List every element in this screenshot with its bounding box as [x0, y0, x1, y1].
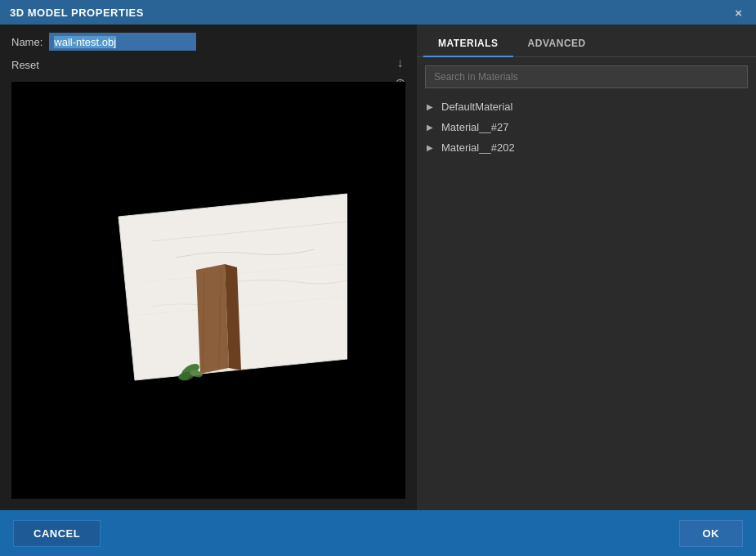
- name-input[interactable]: [49, 33, 196, 51]
- name-row: Name:: [11, 33, 405, 51]
- material-name-default: DefaultMaterial: [441, 101, 512, 113]
- footer: CANCEL OK: [0, 510, 756, 556]
- tab-advanced[interactable]: ADVANCED: [513, 31, 601, 57]
- left-panel: Name: Reset ↓ ⊕: [0, 25, 417, 510]
- material-name-27: Material__#27: [441, 121, 508, 133]
- material-item-27[interactable]: ▶ Material__#27: [417, 117, 756, 137]
- cancel-button[interactable]: CANCEL: [13, 520, 101, 547]
- tabs-container: MATERIALS ADVANCED: [417, 25, 756, 57]
- material-item-default[interactable]: ▶ DefaultMaterial: [417, 96, 756, 117]
- dialog-title: 3D MODEL PROPERTIES: [10, 7, 144, 19]
- material-list: ▶ DefaultMaterial ▶ Material__#27 ▶ Mate…: [417, 93, 756, 510]
- tab-materials[interactable]: MATERIALS: [423, 31, 513, 57]
- main-content: Name: Reset ↓ ⊕: [0, 25, 756, 510]
- right-panel: MATERIALS ADVANCED ▶ DefaultMaterial ▶ M…: [417, 25, 756, 510]
- name-label: Name:: [11, 36, 42, 48]
- search-container: [417, 57, 756, 93]
- download-icon[interactable]: ↓: [397, 56, 404, 70]
- title-bar: 3D MODEL PROPERTIES ×: [0, 0, 756, 25]
- svg-point-12: [188, 374, 237, 383]
- close-button[interactable]: ×: [731, 5, 746, 20]
- material-name-202: Material__#202: [441, 141, 515, 154]
- model-preview-svg: [69, 176, 347, 405]
- ok-button[interactable]: OK: [679, 520, 744, 547]
- model-preview-area: [11, 82, 405, 499]
- reset-button[interactable]: Reset: [11, 59, 39, 71]
- expand-arrow-default: ▶: [427, 102, 436, 111]
- material-item-202[interactable]: ▶ Material__#202: [417, 137, 756, 158]
- expand-arrow-27: ▶: [427, 123, 436, 132]
- search-materials-input[interactable]: [425, 65, 748, 88]
- expand-arrow-202: ▶: [427, 143, 436, 152]
